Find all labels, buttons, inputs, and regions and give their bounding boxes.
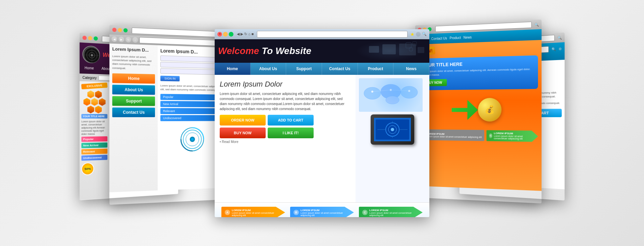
forward-icon-lf[interactable]: ▶ bbox=[119, 36, 124, 42]
step-c-text: LOREM IPSUM Lorem ipsum dolor sit amet c… bbox=[369, 209, 416, 216]
rf-arrow-graphic bbox=[452, 100, 478, 120]
lf-nav-icons: ◀ ▶ ↻ ⌂ bbox=[112, 36, 138, 43]
back-btn-center[interactable]: ◀ bbox=[237, 32, 239, 36]
step-a: A LOREM IPSUM Lorem ipsum dolor sit amet… bbox=[221, 207, 285, 217]
order-now-btn[interactable]: ORDER NOW bbox=[220, 115, 266, 126]
lf-input3[interactable] bbox=[160, 68, 223, 75]
max-btn-center[interactable] bbox=[229, 32, 233, 37]
rf-nav-contact[interactable]: Contact Us bbox=[431, 36, 447, 41]
search-icon-rf[interactable]: 🔍 bbox=[534, 22, 539, 27]
lf-popup-popular[interactable]: Popular bbox=[160, 94, 223, 101]
star-icon-center[interactable]: ★ bbox=[410, 32, 415, 37]
search-icon-rb[interactable]: 🔍 bbox=[557, 35, 562, 39]
step-b-text: LOREM IPSUM Lorem ipsum dolor sit amet c… bbox=[301, 209, 347, 216]
lf-content: Lorem Ipsum D... Lorem ipsum dolor sit a… bbox=[109, 43, 226, 192]
svg-rect-13 bbox=[382, 44, 396, 54]
refresh-icon-lf[interactable]: ↻ bbox=[125, 37, 131, 42]
lb-nav-home[interactable]: Home bbox=[83, 65, 96, 71]
lf-sidebar-title: Lorem Ipsum D... bbox=[112, 46, 155, 53]
svg-point-20 bbox=[364, 87, 381, 99]
min-btn-center[interactable] bbox=[223, 32, 228, 37]
svg-rect-14 bbox=[399, 44, 416, 55]
center-tablet-graphic bbox=[371, 114, 414, 145]
hex-cell bbox=[83, 98, 90, 106]
close-btn-center[interactable]: ✕ bbox=[217, 32, 222, 37]
rf-title-box: YOUR TITLE HERE Lorem ipsum dolor sit am… bbox=[418, 55, 538, 90]
rf-nav-product[interactable]: Product bbox=[449, 36, 461, 40]
search-center[interactable]: 🔍 bbox=[422, 32, 427, 36]
hex-cell bbox=[95, 106, 102, 113]
min-icon-lf[interactable] bbox=[118, 28, 122, 32]
rf-nav-news[interactable]: News bbox=[464, 35, 472, 39]
hex-cell bbox=[95, 90, 102, 98]
center-url-bar[interactable] bbox=[257, 31, 408, 38]
lf-nav-home[interactable]: Home bbox=[112, 73, 155, 84]
lb-menu-relevant[interactable]: Relevant bbox=[82, 149, 108, 155]
step-b: B LOREM IPSUM Lorem ipsum dolor sit amet… bbox=[290, 207, 354, 217]
lf-username-field[interactable] bbox=[160, 55, 223, 62]
center-nav-news[interactable]: News bbox=[393, 63, 429, 75]
lb-menu-undiscovered[interactable]: Undiscovered bbox=[82, 155, 108, 161]
home-icon-lf[interactable]: ⌂ bbox=[132, 37, 138, 43]
step-c-circle: C bbox=[362, 210, 368, 215]
url-bar-lf2[interactable] bbox=[139, 37, 217, 46]
home-btn-center[interactable]: ⌂ bbox=[248, 32, 251, 36]
rf-text: Lorem ipsum dolor sit amet, consectetuer… bbox=[422, 67, 534, 77]
center-nav-contact[interactable]: Contact Us bbox=[322, 63, 358, 75]
center-nav-support[interactable]: Support bbox=[286, 63, 322, 75]
close-icon-lf[interactable] bbox=[112, 28, 117, 32]
rf-content: NEW! YOUR TITLE HERE Lorem ipsum dolor s… bbox=[415, 40, 542, 191]
settings-icon-center[interactable] bbox=[416, 32, 421, 37]
lb-logo-circle bbox=[83, 45, 100, 63]
lf-popup-new[interactable]: New Arrival bbox=[160, 101, 223, 107]
svg-rect-15 bbox=[418, 47, 424, 53]
lf-submit-btn[interactable]: SIGN IN bbox=[160, 76, 179, 81]
lf-nav-contact[interactable]: Contact Us bbox=[112, 107, 155, 117]
refresh-btn-center[interactable]: ↻ bbox=[244, 32, 247, 36]
lf-sidebar: Lorem Ipsum D... Lorem ipsum dolor sit a… bbox=[109, 43, 158, 192]
lb-menu-new[interactable]: New Arrival bbox=[82, 142, 108, 148]
buy-now-btn[interactable]: BUY NOW bbox=[220, 128, 266, 138]
lf-popup-relevant[interactable]: Relevant bbox=[160, 108, 223, 114]
rb-search-icon[interactable]: 🔍 bbox=[551, 47, 556, 51]
min-icon[interactable] bbox=[88, 36, 93, 40]
browser-right-front: 🔍 Support Contact Us Product News NEW! Y… bbox=[415, 19, 542, 203]
add-to-cart-btn[interactable]: ADD TO CART bbox=[268, 115, 314, 126]
center-tablet-screen bbox=[374, 118, 411, 141]
lb-menu-popular[interactable]: Popular bbox=[82, 136, 108, 142]
lf-popup-undiscovered[interactable]: Undiscovered bbox=[160, 115, 223, 121]
rf-step-b-text: LOREM IPSUM Lorem ipsum dolor sit amet c… bbox=[426, 132, 482, 138]
forward-btn-center[interactable]: ▶ bbox=[240, 32, 243, 36]
center-nav-home[interactable]: Home bbox=[215, 63, 251, 75]
center-nav-arrows: ◀ ▶ ↻ ⌂ ■ bbox=[237, 32, 254, 36]
center-nav-about[interactable]: About Us bbox=[251, 63, 286, 75]
max-icon[interactable] bbox=[94, 36, 98, 41]
center-nav-product[interactable]: Product bbox=[358, 63, 394, 75]
lb-badge: 50% bbox=[82, 162, 94, 176]
center-titlebar: ✕ ◀ ▶ ↻ ⌂ ■ ★ 🔍 bbox=[215, 29, 429, 39]
svg-line-27 bbox=[372, 90, 391, 92]
lf-nav-about[interactable]: About Us bbox=[112, 85, 155, 95]
max-icon-lf[interactable] bbox=[123, 28, 127, 32]
svg-point-25 bbox=[390, 89, 392, 91]
center-article-text: Lorem ipsum dolor sit amet, consectetuer… bbox=[220, 91, 351, 111]
like-btn[interactable]: I LIKE IT! bbox=[268, 128, 314, 138]
rf-nav: Support Contact Us Product News bbox=[418, 32, 539, 42]
lf-nav-support[interactable]: Support bbox=[112, 96, 155, 106]
stop-btn-center[interactable]: ■ bbox=[252, 32, 254, 36]
back-icon-lf[interactable]: ◀ bbox=[112, 36, 117, 42]
step-a-text: LOREM IPSUM Lorem ipsum dolor sit amet c… bbox=[232, 209, 278, 216]
rf-step-c-text: LOREM IPSUM Lorem ipsum dolor sit amet c… bbox=[494, 132, 535, 140]
lf-password-field[interactable] bbox=[160, 62, 223, 69]
center-read-more[interactable]: • Read More bbox=[220, 140, 351, 144]
lf-main-title: Lorem Ipsum D... bbox=[160, 48, 223, 55]
svg-point-21 bbox=[381, 84, 401, 99]
rb-settings-icon[interactable]: ⚙ bbox=[558, 47, 562, 51]
center-article-title: Lorem Ipsum Dolor bbox=[220, 80, 351, 89]
browser-center: ✕ ◀ ▶ ↻ ⌂ ■ ★ 🔍 Welcome To Website bbox=[215, 29, 429, 217]
center-title: Welcome To Website bbox=[218, 46, 311, 56]
lf-main-text: Lorem ipsum dolor sit amet, consectetuer… bbox=[160, 84, 223, 92]
center-footer: A LOREM IPSUM Lorem ipsum dolor sit amet… bbox=[215, 202, 429, 217]
center-cta-buttons: ORDER NOW ADD TO CART BUY NOW I LIKE IT! bbox=[220, 115, 314, 138]
close-icon[interactable] bbox=[83, 36, 87, 40]
